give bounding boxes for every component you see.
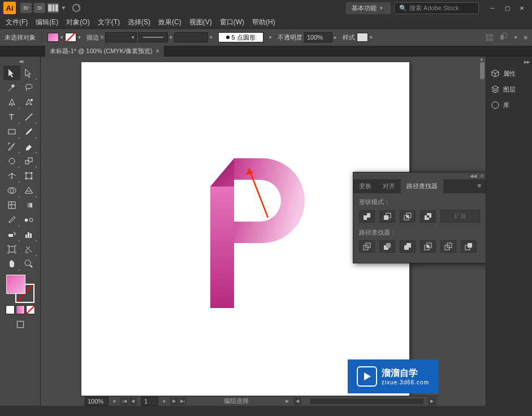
slice-tool[interactable] — [20, 242, 37, 257]
blend-tool[interactable] — [20, 213, 37, 227]
search-input[interactable]: 🔍 搜索 Adobe Stock — [394, 2, 479, 14]
sync-icon[interactable] — [71, 3, 82, 13]
panel-collapse-icon[interactable]: ◀◀ — [470, 174, 477, 179]
menu-type[interactable]: 文字(T) — [94, 16, 123, 28]
document-tab[interactable]: 未标题-1* @ 100% (CMYK/像素预览) × — [45, 46, 165, 57]
chevron-down-icon[interactable]: ▾ — [60, 34, 63, 40]
chevron-down-icon[interactable]: ▾ — [78, 34, 81, 40]
minus-front-button[interactable] — [379, 210, 395, 223]
tab-align[interactable]: 对齐 — [377, 179, 401, 193]
free-transform-tool[interactable] — [20, 168, 37, 183]
scroll-right-button[interactable]: ▶ — [428, 397, 436, 405]
chevron-down-icon[interactable]: ▼ — [61, 5, 66, 11]
intersect-button[interactable] — [400, 210, 416, 223]
eyedropper-tool[interactable] — [3, 213, 20, 227]
options-menu-icon[interactable]: ≡ — [524, 34, 527, 41]
selection-tool[interactable] — [3, 66, 20, 80]
gradient-mode-icon[interactable] — [16, 305, 25, 314]
variable-width-dropdown[interactable]: 5 点圆形 — [218, 32, 263, 42]
line-tool[interactable] — [20, 110, 37, 124]
horizontal-scrollbar[interactable] — [310, 398, 423, 404]
stock-icon[interactable]: St — [34, 3, 45, 13]
link-icon[interactable]: ⎘ — [101, 34, 103, 40]
fill-stroke-control[interactable] — [6, 275, 34, 303]
artboard-number-input[interactable] — [141, 397, 158, 406]
transform-icon[interactable] — [500, 33, 508, 42]
fill-color[interactable] — [6, 275, 25, 294]
fill-swatch[interactable] — [47, 33, 59, 42]
width-tool[interactable] — [3, 168, 20, 183]
graphic-style-swatch[interactable] — [357, 33, 368, 42]
symbol-sprayer-tool[interactable] — [3, 227, 20, 242]
menu-select[interactable]: 选择(S) — [124, 16, 154, 28]
exclude-button[interactable] — [420, 210, 436, 223]
brush-dropdown[interactable] — [139, 32, 168, 42]
hand-tool[interactable] — [3, 257, 20, 271]
scroll-left-button[interactable]: ◀ — [293, 397, 301, 405]
close-button[interactable]: ✕ — [515, 3, 529, 12]
minus-back-button[interactable] — [461, 240, 477, 253]
scale-tool[interactable] — [20, 154, 37, 168]
first-artboard-button[interactable]: |◀ — [120, 397, 128, 405]
stroke-weight-input[interactable]: ▾ — [105, 32, 137, 42]
merge-button[interactable] — [400, 240, 416, 253]
zoom-input[interactable] — [85, 397, 109, 406]
collapse-icon[interactable]: ◀◀ — [0, 59, 40, 64]
stroke-swatch[interactable] — [65, 33, 76, 42]
shape-builder-tool[interactable] — [3, 183, 20, 198]
trim-button[interactable] — [379, 240, 395, 253]
menu-view[interactable]: 视图(V) — [186, 16, 215, 28]
workspace-dropdown[interactable]: 基本功能▾ — [346, 2, 391, 14]
minimize-button[interactable]: ─ — [486, 3, 499, 12]
crop-button[interactable] — [420, 240, 436, 253]
opacity-input[interactable] — [304, 32, 332, 42]
menu-edit[interactable]: 编辑(E) — [32, 16, 62, 28]
pen-tool[interactable] — [3, 95, 20, 110]
column-graph-tool[interactable] — [20, 227, 37, 242]
canvas[interactable]: ▲ ◀◀ ✕ 变换 对齐 路径查找器 ≡ 形状模式： — [41, 57, 486, 406]
type-tool[interactable]: T — [3, 110, 20, 124]
divide-button[interactable] — [359, 240, 375, 253]
paintbrush-tool[interactable] — [20, 124, 37, 139]
menu-file[interactable]: 文件(F) — [2, 16, 31, 28]
maximize-button[interactable]: ▢ — [500, 3, 514, 12]
expand-button[interactable]: 扩展 — [440, 210, 480, 223]
chevron-right-icon[interactable]: ▶ — [286, 398, 289, 404]
gradient-tool[interactable] — [20, 198, 37, 213]
perspective-grid-tool[interactable] — [20, 183, 37, 198]
menu-help[interactable]: 帮助(H) — [249, 16, 279, 28]
chevron-right-icon[interactable]: ▸ — [334, 34, 337, 40]
tab-pathfinder[interactable]: 路径查找器 — [401, 179, 443, 193]
prev-artboard-button[interactable]: ◀ — [129, 397, 137, 405]
align-icon[interactable] — [486, 34, 493, 41]
draw-normal-icon[interactable] — [15, 319, 26, 330]
panel-properties[interactable]: 属性 — [486, 66, 532, 81]
none-mode-icon[interactable] — [26, 305, 35, 314]
panel-menu-icon[interactable]: ≡ — [473, 179, 486, 193]
last-artboard-button[interactable]: ▶| — [179, 397, 187, 405]
panel-close-icon[interactable]: ✕ — [480, 174, 484, 179]
outline-button[interactable] — [440, 240, 456, 253]
unite-button[interactable] — [359, 210, 375, 223]
menu-window[interactable]: 窗口(W) — [217, 16, 248, 28]
menu-object[interactable]: 对象(O) — [63, 16, 93, 28]
bridge-icon[interactable]: Br — [20, 3, 32, 13]
brush-def-dropdown[interactable] — [174, 32, 208, 42]
panel-libraries[interactable]: 库 — [486, 97, 532, 113]
zoom-tool[interactable] — [20, 257, 37, 271]
rectangle-tool[interactable] — [3, 124, 20, 139]
next-artboard-button[interactable]: ▶ — [170, 397, 178, 405]
expand-icon[interactable]: ▶▶ — [486, 60, 532, 66]
menu-effect[interactable]: 效果(C) — [155, 16, 185, 28]
curvature-tool[interactable] — [20, 95, 37, 110]
shaper-tool[interactable] — [3, 139, 20, 154]
mesh-tool[interactable] — [3, 198, 20, 213]
direct-selection-tool[interactable] — [20, 66, 37, 80]
lasso-tool[interactable] — [20, 80, 37, 95]
eraser-tool[interactable] — [20, 139, 37, 154]
artboard-tool[interactable] — [3, 242, 20, 257]
panel-layers[interactable]: 图层 — [486, 81, 532, 97]
tab-transform[interactable]: 变换 — [353, 179, 377, 193]
rotate-tool[interactable] — [3, 154, 20, 168]
arrange-icon[interactable] — [47, 3, 59, 13]
